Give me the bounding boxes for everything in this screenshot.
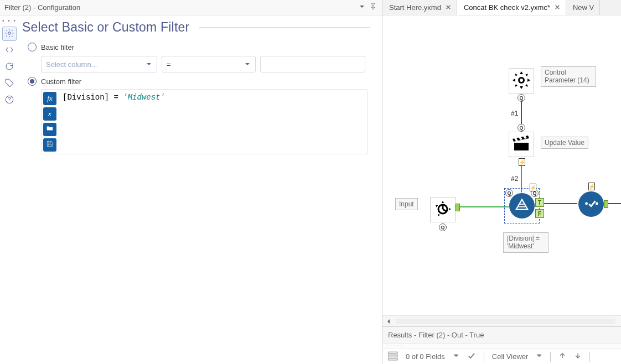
tab-label: Start Here.yxmd [389, 3, 441, 12]
results-title: Results - Filter (2) - Out - True [388, 331, 484, 339]
q-anchor-badge[interactable]: Q [505, 189, 513, 197]
separator [484, 352, 484, 362]
bolt-anchor-badge[interactable]: ⚡ [519, 158, 525, 166]
tab-start-here[interactable]: Start Here.yxmd [382, 0, 457, 15]
gear-bold-icon [511, 70, 531, 92]
close-icon[interactable] [446, 3, 451, 12]
variable-icon: x [48, 110, 51, 118]
resize-grip[interactable]: : : : : : [382, 343, 621, 349]
fx-button[interactable]: fx [43, 92, 56, 105]
expression-field: [Division] [63, 93, 109, 102]
q-anchor-badge[interactable]: Q [439, 223, 447, 231]
cell-viewer-label: Cell Viewer [492, 352, 529, 361]
tag-icon [4, 78, 14, 90]
close-icon[interactable] [555, 3, 560, 12]
chevron-down-icon [146, 61, 152, 67]
svg-rect-4 [514, 143, 529, 150]
filter-tool[interactable] [509, 193, 535, 219]
expression-editor[interactable]: fx x [Division] = 'Midwest' [41, 89, 368, 154]
expression-literal: 'Midwest' [123, 93, 165, 102]
side-tab-xml[interactable] [2, 43, 17, 58]
clapboard-icon [511, 134, 531, 155]
scroll-left-icon[interactable] [386, 318, 394, 325]
operator-value: = [167, 60, 171, 69]
select-column-placeholder: Select column... [46, 60, 97, 69]
side-tab-configuration[interactable] [2, 27, 17, 41]
side-tab-annotation[interactable] [2, 76, 17, 91]
svg-point-10 [585, 202, 588, 205]
variable-button[interactable]: x [43, 107, 56, 121]
chevron-down-icon[interactable] [359, 3, 365, 12]
radio-on-icon [28, 77, 37, 86]
config-heading: Select Basic or Custom Filter [22, 20, 189, 35]
results-panel-header[interactable]: Results - Filter (2) - Out - True [382, 326, 621, 343]
action-tool[interactable] [509, 132, 534, 157]
q-anchor-badge[interactable]: Q [518, 124, 525, 132]
input-gear-icon [433, 199, 453, 221]
arrow-down-icon[interactable] [574, 352, 582, 361]
output-anchor[interactable] [456, 204, 460, 211]
operator-dropdown[interactable]: = [162, 56, 256, 72]
custom-filter-label: Custom filter [41, 77, 81, 86]
macro-output-tool[interactable] [578, 191, 604, 217]
drag-handle-icon[interactable]: • • • [2, 18, 17, 25]
bolt-anchor-badge[interactable]: ⚡ [530, 184, 536, 191]
update-value-label: Update Value [541, 137, 588, 149]
check-dots-icon [583, 195, 599, 214]
scroll-track[interactable] [396, 319, 615, 324]
select-column-dropdown[interactable]: Select column... [41, 56, 157, 72]
separator [550, 352, 551, 362]
radio-off-icon [28, 43, 37, 51]
arrow-up-icon[interactable] [558, 352, 566, 361]
q-anchor-badge[interactable]: Q [518, 94, 525, 102]
filter-caption: [Division] = 'Midwest' [503, 232, 548, 253]
pin-icon[interactable] [369, 2, 377, 13]
chevron-down-icon[interactable] [536, 352, 542, 361]
svg-rect-13 [389, 355, 397, 357]
gear-icon [4, 28, 14, 40]
macro-input-tool[interactable] [430, 197, 456, 222]
save-expression-button[interactable] [43, 138, 56, 152]
check-icon[interactable] [467, 351, 476, 362]
tab-concat-bk-check[interactable]: Concat BK check v2.yxmc* [457, 0, 566, 15]
input-label: Input [395, 198, 418, 210]
tab-label: New V [573, 3, 594, 12]
records-layout-icon[interactable] [388, 351, 398, 362]
filter-value-input[interactable] [260, 56, 365, 72]
output-anchor[interactable] [604, 200, 608, 208]
workflow-pane: Start Here.yxmd Concat BK check v2.yxmc*… [382, 0, 621, 364]
basic-filter-radio[interactable]: Basic filter [28, 43, 370, 51]
config-content: Select Basic or Custom Filter Basic filt… [19, 15, 382, 364]
expression-operator: = [113, 93, 118, 102]
connection-label-1: #1 [511, 110, 518, 117]
connection-wires [382, 15, 621, 315]
document-tabs: Start Here.yxmd Concat BK check v2.yxmc*… [382, 0, 621, 15]
expression-text[interactable]: [Division] = 'Midwest' [58, 90, 367, 154]
false-anchor[interactable]: F [535, 209, 544, 218]
help-icon [4, 95, 14, 106]
divider [199, 27, 370, 28]
control-parameter-tool[interactable] [509, 68, 534, 93]
folder-icon [46, 124, 54, 134]
true-anchor[interactable]: T [535, 198, 544, 207]
side-tab-refresh[interactable] [2, 60, 17, 74]
tab-label: Concat BK check v2.yxmc* [464, 3, 550, 12]
sync-icon [4, 61, 14, 73]
tab-new[interactable]: New V [566, 0, 600, 15]
code-icon [4, 45, 14, 56]
chevron-down-icon [244, 61, 251, 67]
bolt-anchor-badge[interactable]: ⚡ [588, 183, 595, 190]
svg-point-3 [520, 79, 523, 82]
custom-filter-radio[interactable]: Custom filter [28, 77, 370, 86]
open-folder-button[interactable] [43, 123, 56, 136]
control-parameter-label: Control Parameter (14) [541, 66, 596, 87]
configuration-panel: Filter (2) - Configuration • • • [0, 0, 382, 364]
chevron-down-icon[interactable] [453, 352, 459, 361]
canvas-horizontal-scrollbar[interactable] [382, 315, 621, 326]
svg-rect-12 [389, 352, 397, 353]
svg-point-11 [596, 202, 598, 205]
side-tab-help[interactable] [2, 93, 17, 107]
workflow-canvas[interactable]: Q Control Parameter (14) #1 Q ⚡ Update V… [382, 15, 621, 315]
svg-rect-14 [389, 358, 397, 360]
basic-filter-label: Basic filter [41, 43, 74, 51]
